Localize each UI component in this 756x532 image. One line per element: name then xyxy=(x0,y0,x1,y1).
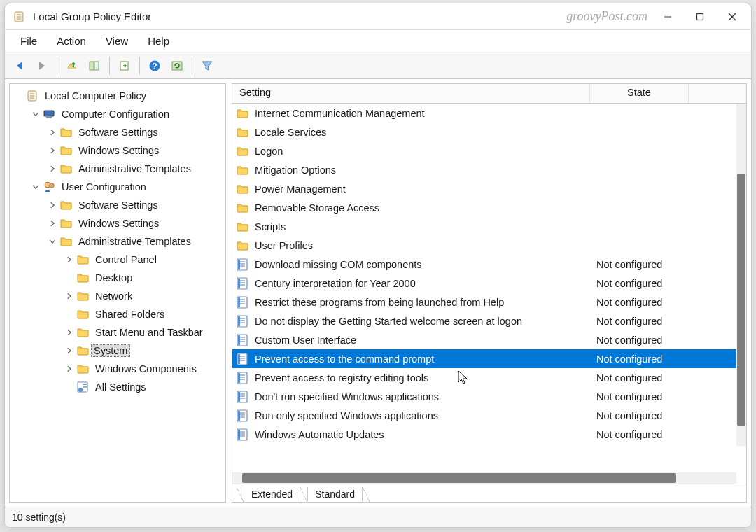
chevron-right-icon[interactable] xyxy=(64,364,74,374)
list-item-label: Restrict these programs from being launc… xyxy=(255,297,596,308)
chevron-right-icon[interactable] xyxy=(48,164,57,174)
export-list-button[interactable] xyxy=(114,55,135,76)
list-item[interactable]: Power Management xyxy=(232,179,736,198)
chevron-right-icon[interactable] xyxy=(48,218,57,228)
up-one-level-button[interactable] xyxy=(62,55,83,76)
tree-item[interactable]: Windows Settings xyxy=(10,214,225,232)
list-item-label: Prevent access to the command prompt xyxy=(255,354,596,365)
tree-item-label: Software Settings xyxy=(78,127,158,138)
forward-button[interactable] xyxy=(31,55,52,76)
tree-item-label: Windows Components xyxy=(95,363,197,374)
chevron-right-icon[interactable] xyxy=(64,328,74,337)
chevron-right-icon[interactable] xyxy=(64,255,74,265)
folder-icon xyxy=(237,164,249,176)
list-item[interactable]: Logon xyxy=(232,141,736,160)
vertical-scrollbar[interactable] xyxy=(736,104,746,446)
toolbar-separator xyxy=(192,57,192,75)
list-item[interactable]: Download missing COM componentsNot confi… xyxy=(232,255,736,274)
menu-view[interactable]: View xyxy=(96,30,138,52)
tab-extended[interactable]: Extended xyxy=(244,487,300,502)
chevron-down-icon[interactable] xyxy=(31,182,41,192)
tree-item[interactable]: Desktop xyxy=(10,269,225,287)
menu-action[interactable]: Action xyxy=(47,30,96,52)
list-item-state: Not configured xyxy=(596,372,715,384)
folder-icon xyxy=(77,326,90,339)
tree-item[interactable]: All Settings xyxy=(10,378,225,396)
list-item[interactable]: Locale Services xyxy=(232,122,736,141)
toolbar-separator xyxy=(57,57,57,75)
tree-item[interactable]: Administrative Templates xyxy=(10,232,225,251)
tree-item[interactable]: User Configuration xyxy=(10,178,225,196)
chevron-right-icon[interactable] xyxy=(64,346,74,356)
setting-icon xyxy=(237,258,249,271)
help-button[interactable] xyxy=(144,55,165,76)
tab-decoration xyxy=(237,487,244,502)
chevron-right-icon[interactable] xyxy=(48,146,57,155)
app-icon xyxy=(13,10,26,23)
list-item[interactable]: User Profiles xyxy=(232,236,736,255)
list-item-label: Logon xyxy=(255,146,596,157)
tree-pane[interactable]: Local Computer PolicyComputer Configurat… xyxy=(9,83,226,503)
column-setting[interactable]: Setting xyxy=(232,84,589,103)
horizontal-scrollbar[interactable] xyxy=(232,472,736,484)
list-item-label: Century interpretation for Year 2000 xyxy=(255,278,596,289)
list-item-label: Scripts xyxy=(255,221,596,232)
list-item[interactable]: Removable Storage Access xyxy=(232,198,736,217)
folder-icon xyxy=(60,235,73,248)
list-item-label: Internet Communication Management xyxy=(255,108,596,119)
menu-bar: File Action View Help xyxy=(5,30,751,52)
refresh-button[interactable] xyxy=(167,55,188,76)
tree-item[interactable]: Computer Configuration xyxy=(10,105,225,123)
chevron-right-icon[interactable] xyxy=(64,291,74,301)
tree-item[interactable]: System xyxy=(10,342,225,360)
tree-item[interactable]: Software Settings xyxy=(10,196,225,214)
chevron-down-icon[interactable] xyxy=(31,109,41,119)
folder-icon xyxy=(60,144,73,157)
list-item[interactable]: Century interpretation for Year 2000Not … xyxy=(232,274,736,293)
tree-item[interactable]: Start Menu and Taskbar xyxy=(10,323,225,342)
list-item-label: Power Management xyxy=(255,183,596,195)
tree-item[interactable]: Software Settings xyxy=(10,123,225,141)
tree-item[interactable]: Administrative Templates xyxy=(10,160,225,178)
policy-tree: Local Computer PolicyComputer Configurat… xyxy=(10,84,225,399)
list-item[interactable]: Run only specified Windows applicationsN… xyxy=(232,406,736,425)
list-item[interactable]: Prevent access to registry editing tools… xyxy=(232,368,736,387)
setting-icon xyxy=(237,277,249,290)
tree-item[interactable]: Windows Settings xyxy=(10,141,225,160)
tree-item[interactable]: Windows Components xyxy=(10,360,225,378)
list-item[interactable]: Don't run specified Windows applications… xyxy=(232,387,736,406)
setting-icon xyxy=(237,296,249,309)
tree-item[interactable]: Shared Folders xyxy=(10,305,225,323)
chevron-down-icon[interactable] xyxy=(48,237,57,246)
list-item[interactable]: Prevent access to the command promptNot … xyxy=(232,349,736,368)
list-item-label: User Profiles xyxy=(255,240,596,251)
list-item[interactable]: Restrict these programs from being launc… xyxy=(232,293,736,312)
tree-item-label: Windows Settings xyxy=(78,145,159,156)
maximize-button[interactable] xyxy=(684,6,716,28)
list-item[interactable]: Custom User InterfaceNot configured xyxy=(232,330,736,349)
menu-help[interactable]: Help xyxy=(138,30,179,52)
back-button[interactable] xyxy=(9,55,30,76)
show-hide-tree-button[interactable] xyxy=(84,55,105,76)
list-item[interactable]: Do not display the Getting Started welco… xyxy=(232,312,736,330)
column-state[interactable]: State xyxy=(590,84,688,103)
list-item[interactable]: Internet Communication Management xyxy=(232,104,736,122)
tree-item[interactable]: Local Computer Policy xyxy=(10,87,225,105)
list-item[interactable]: Mitigation Options xyxy=(232,160,736,179)
tree-item-label: System xyxy=(94,345,127,356)
list-item[interactable]: Windows Automatic UpdatesNot configured xyxy=(232,425,736,444)
filter-button[interactable] xyxy=(197,55,218,76)
tree-item[interactable]: Control Panel xyxy=(10,251,225,269)
tab-standard[interactable]: Standard xyxy=(307,487,363,502)
chevron-right-icon[interactable] xyxy=(48,200,57,210)
folder-icon xyxy=(237,239,249,252)
minimize-button[interactable] xyxy=(652,6,684,28)
app-window: Local Group Policy Editor groovyPost.com… xyxy=(4,3,752,528)
close-button[interactable] xyxy=(716,6,748,28)
scrollbar-thumb[interactable] xyxy=(242,473,676,483)
list-item[interactable]: Scripts xyxy=(232,217,736,236)
menu-file[interactable]: File xyxy=(10,30,47,52)
scrollbar-thumb[interactable] xyxy=(737,174,746,426)
chevron-right-icon[interactable] xyxy=(48,127,57,137)
tree-item[interactable]: Network xyxy=(10,287,225,305)
